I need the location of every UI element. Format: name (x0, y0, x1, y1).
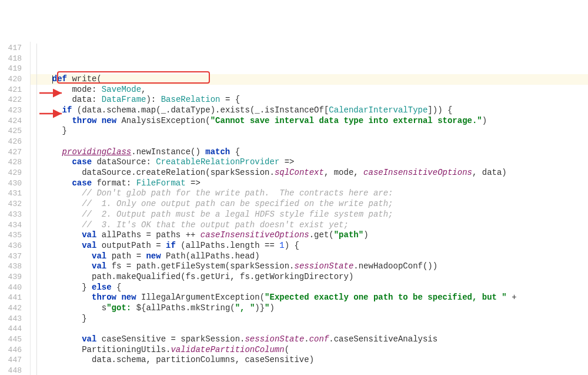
token-plain: PartitioningUtils. (42, 345, 171, 354)
token-plain: => (279, 157, 294, 167)
line-number: 425 (0, 126, 22, 137)
token-kw-case: case (72, 178, 96, 188)
line-number: 438 (0, 261, 22, 272)
token-plain: _ (255, 105, 259, 115)
token-plain: , (141, 85, 146, 94)
token-plain: caseSensitive = sparkSession. (102, 334, 245, 344)
code-line[interactable]: s"got: ${allPaths.mkString(", ")}") (31, 303, 588, 314)
token-plain: fs = path.getFileSystem(sparkSession. (112, 261, 295, 271)
token-plain: .newInstance() (131, 147, 205, 157)
token-plain: . (304, 334, 309, 344)
token-plain: data.schema, partitionColumns, caseSensi… (42, 355, 314, 364)
code-line[interactable] (31, 137, 588, 147)
token-plain: + (507, 293, 517, 302)
token-plain (42, 210, 82, 219)
token-kw-val: val (82, 334, 102, 344)
token-string: ", " (235, 303, 255, 313)
code-line[interactable] (31, 366, 588, 375)
code-line[interactable]: val fs = path.getFileSystem(sparkSession… (31, 261, 588, 272)
token-plain: ) (270, 303, 275, 313)
token-type: SaveMode (102, 85, 141, 94)
line-number: 422 (0, 95, 22, 105)
code-line[interactable]: data.schema, partitionColumns, caseSensi… (31, 355, 588, 366)
code-line[interactable]: dataSource.createRelation(sparkSession.s… (31, 168, 588, 178)
token-field: validatePartitionColumn (171, 345, 284, 354)
line-number: 433 (0, 210, 22, 220)
token-plain: => (186, 178, 201, 188)
code-line[interactable]: def write( (31, 74, 588, 85)
token-plain: path = (112, 251, 146, 261)
code-line[interactable]: // 1. Only one output path can be specif… (31, 199, 588, 210)
code-line[interactable]: // 2. Output path must be a legal HDFS s… (31, 210, 588, 220)
token-kw-match: match (205, 147, 235, 157)
line-number: 436 (0, 241, 22, 251)
line-number: 435 (0, 230, 22, 241)
token-plain: } (42, 126, 67, 135)
line-number: 420 (0, 74, 22, 85)
line-number: 421 (0, 85, 22, 95)
line-number: 428 (0, 157, 22, 168)
code-line[interactable]: case format: FileFormat => (31, 178, 588, 189)
token-plain: ) { (285, 241, 299, 250)
code-line[interactable] (31, 324, 588, 334)
code-line[interactable]: val caseSensitive = sparkSession.session… (31, 334, 588, 345)
code-line[interactable]: data: DataFrame): BaseRelation = { (31, 95, 588, 105)
line-number: 441 (0, 293, 22, 303)
token-plain (42, 116, 72, 125)
token-comment: // Don't glob path for the write path. T… (82, 188, 393, 198)
line-number: 439 (0, 272, 22, 283)
token-field: conf (309, 334, 329, 344)
token-kw-val: val (92, 261, 112, 271)
code-line[interactable]: PartitioningUtils.validatePartitionColum… (31, 345, 588, 356)
token-kw-new: new (146, 251, 166, 261)
token-plain (42, 251, 92, 261)
code-line[interactable]: } else { (31, 283, 588, 293)
code-line[interactable]: throw new IllegalArgumentException("Expe… (31, 293, 588, 303)
token-plain: (allPaths.length == (181, 241, 279, 250)
code-line[interactable]: val path = new Path(allPaths.head) (31, 251, 588, 262)
line-number: 432 (0, 199, 22, 210)
token-plain (42, 105, 62, 115)
token-plain: ])) { (427, 105, 452, 115)
line-number: 444 (0, 324, 22, 334)
token-plain: .get( (309, 230, 334, 240)
token-plain: (data.schema.map( (77, 105, 161, 115)
code-line[interactable]: mode: SaveMode, (31, 85, 588, 95)
token-string: "path" (334, 230, 363, 240)
code-line[interactable]: providingClass.newInstance() match { (31, 147, 588, 158)
token-plain (42, 293, 92, 302)
code-line[interactable]: } (31, 314, 588, 324)
token-plain (42, 157, 72, 167)
code-line[interactable]: } (31, 126, 588, 137)
code-editor[interactable]: 4174184194204214224234244254264274284294… (0, 42, 588, 375)
token-type: CreatableRelationProvider (156, 157, 279, 167)
token-plain: } (42, 314, 87, 323)
token-plain: , mode, (324, 168, 363, 177)
token-kw-if: if (166, 241, 181, 250)
line-number: 429 (0, 168, 22, 178)
line-number: 423 (0, 105, 22, 116)
code-line[interactable]: val outputPath = if (allPaths.length == … (31, 241, 588, 251)
token-plain: IllegalArgumentException( (141, 293, 265, 302)
token-plain: _ (161, 105, 166, 115)
token-plain: .caseSensitiveAnalysis (329, 334, 437, 344)
code-line[interactable]: case dataSource: CreatableRelationProvid… (31, 157, 588, 168)
token-field: providingClass (62, 147, 132, 157)
token-plain: .newHadoopConf()) (353, 261, 437, 271)
token-plain: allPaths.mkString( (146, 303, 235, 313)
code-line[interactable]: path.makeQualified(fs.getUri, fs.getWork… (31, 272, 588, 283)
line-number: 434 (0, 220, 22, 231)
line-number: 437 (0, 251, 22, 262)
code-line[interactable]: if (data.schema.map(_.dataType).exists(_… (31, 105, 588, 116)
code-line[interactable]: // Don't glob path for the write path. T… (31, 188, 588, 199)
token-num: 1 (279, 241, 284, 250)
code-line[interactable]: throw new AnalysisException("Cannot save… (31, 116, 588, 127)
token-plain: path.makeQualified(fs.getUri, fs.getWork… (42, 272, 353, 281)
code-line[interactable]: val allPaths = paths ++ caseInsensitiveO… (31, 230, 588, 241)
code-line[interactable]: // 3. It's OK that the output path doesn… (31, 220, 588, 231)
token-plain (42, 230, 82, 240)
token-plain: , data) (472, 168, 507, 177)
line-number: 417 (0, 43, 22, 54)
code-area[interactable]: def write( mode: SaveMode, data: DataFra… (31, 42, 588, 375)
token-kw-throw: throw new (72, 116, 121, 125)
